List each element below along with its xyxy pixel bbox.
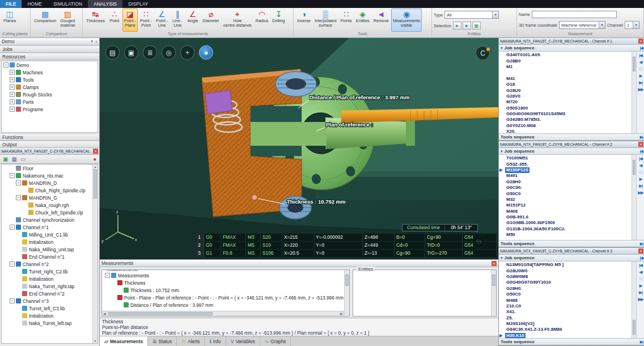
scrollbar[interactable] — [632, 52, 636, 133]
expander-icon[interactable]: + — [10, 107, 15, 112]
viewport-tool-button[interactable]: ▤ — [105, 45, 120, 60]
gcode-line[interactable]: M408 — [505, 209, 632, 214]
tree-item[interactable]: End Channel n°1 — [2, 253, 92, 260]
tree-item[interactable]: + Programs — [2, 106, 98, 113]
measurement-tree-item[interactable]: Thickness : 10.752 mm — [103, 286, 344, 294]
close-icon[interactable]: × — [95, 40, 98, 44]
viewport-tool-button[interactable]: + — [180, 45, 194, 60]
tree-item[interactable]: − Demo — [2, 61, 98, 69]
gcode-line[interactable]: G50C0 — [505, 292, 632, 297]
expander-icon[interactable]: − — [16, 195, 21, 200]
menu-tab[interactable]: ANALYSIS — [88, 0, 122, 8]
scrollbar[interactable] — [632, 155, 636, 240]
record-icon[interactable]: ● — [94, 157, 96, 162]
tree-item[interactable]: − Channel n°1 — [2, 223, 92, 231]
step-forward-icon[interactable]: ▶| — [640, 340, 643, 344]
gcode-line[interactable]: M488 — [505, 297, 632, 303]
tools-sequence-bar[interactable]: Tools sequence ▶| — [499, 240, 644, 247]
measurement-tree-item[interactable]: Distance / Plan of reference : 3.997 mm — [103, 301, 344, 309]
tree-item[interactable]: Naka_rough.rgh — [2, 201, 92, 209]
tree-item[interactable]: Initialization — [2, 275, 92, 282]
entity-type-select[interactable]: All ▼ — [444, 11, 499, 19]
chevron-down-icon[interactable]: ▼ — [599, 22, 605, 28]
gcode-line[interactable]: M1 — [505, 64, 632, 70]
c-axis-button[interactable]: C — [476, 46, 490, 60]
tree-item[interactable]: End Channel n°2 — [2, 290, 92, 297]
bottom-tab[interactable]: ▱ Measurements — [100, 336, 148, 346]
measurement-tree-item[interactable]: Thickness — [103, 279, 344, 286]
tree-item[interactable]: − Nakamura_ntx.mac — [2, 172, 92, 179]
tree-item[interactable]: Turret_left_C3.lib — [2, 305, 92, 312]
gcode-line[interactable]: G1G98B-1000.36F1500 — [505, 220, 632, 226]
gcode-line[interactable]: G131B-1004.36A50.F100C2. — [505, 226, 632, 232]
toolbar-icon[interactable]: ▦ — [11, 156, 16, 162]
measurement-tree-item[interactable]: − Measurements — [103, 272, 344, 279]
playback-button[interactable]: ◀ — [639, 60, 642, 65]
tree-item[interactable]: + Clamps — [2, 83, 98, 91]
selection-pick-button[interactable]: ► — [453, 22, 461, 29]
playback-button[interactable]: ▶ — [639, 284, 642, 288]
tool-button[interactable]: ◈ Entities — [354, 9, 371, 32]
playback-button[interactable]: |◀ — [639, 263, 642, 268]
skip-to-start-icon[interactable]: |◀ — [640, 149, 643, 154]
expander-icon[interactable]: + — [10, 70, 15, 75]
expander-icon[interactable]: + — [10, 77, 15, 82]
gcode-line[interactable]: G53Z-355. — [505, 161, 632, 167]
tree-item[interactable]: Turret_right_C2.lib — [2, 268, 92, 275]
tools-sequence-bar[interactable]: Tools sequence ▶| — [499, 133, 644, 140]
playback-button[interactable]: ▶| — [639, 184, 642, 188]
gcode-line[interactable]: G340T0101.A09. — [505, 52, 632, 58]
gcode-line[interactable]: G28U0 — [505, 87, 632, 93]
gcode-line[interactable]: H30.K10 — [505, 333, 632, 338]
output-section-bar[interactable]: Output — [0, 141, 99, 148]
playback-button[interactable]: |◀ — [639, 53, 642, 58]
tree-item[interactable]: Chuck_left_Spindle.clp — [2, 209, 92, 216]
playback-button[interactable]: ▶| — [639, 290, 642, 295]
gcode-line[interactable]: M151P12 — [505, 202, 632, 208]
planes-button[interactable]: ◫ Planes — [2, 9, 18, 32]
toolbar-icon[interactable]: ▭ — [20, 156, 26, 162]
tool-button[interactable]: ◑ Inverse — [295, 9, 312, 32]
gcode-line[interactable]: N13M91G54[TAPPING M5 ] — [505, 262, 632, 268]
gcode-line[interactable]: X20. — [505, 129, 632, 133]
measurement-name-input[interactable] — [532, 11, 617, 18]
functions-section-bar[interactable]: Functions — [0, 133, 99, 141]
measurement-type-button[interactable]: ◠ Radius — [254, 9, 270, 32]
gcode-line[interactable]: G0G40G97G99T1010 — [505, 280, 632, 285]
scrollbar-thumb[interactable] — [94, 169, 97, 199]
tree-item[interactable]: Initialization — [2, 238, 92, 246]
gcode-line[interactable]: G28H0 — [505, 179, 632, 185]
playback-button[interactable]: □ — [639, 67, 641, 71]
tool-button[interactable]: ◄ Remove — [372, 9, 391, 32]
menu-tab[interactable]: HOME — [22, 0, 48, 8]
selection-pick-button[interactable]: ▦ — [472, 22, 481, 29]
gcode-line[interactable] — [505, 70, 632, 75]
step-forward-icon[interactable]: ▶| — [640, 135, 643, 140]
playback-button[interactable]: □ — [639, 170, 641, 175]
bottom-tab[interactable]: V Variables — [226, 336, 260, 346]
measurement-tree-item[interactable]: Point - Plane - Plan of reference : - Po… — [103, 294, 344, 301]
viewport-tool-button[interactable]: ≣ — [143, 45, 157, 60]
scrollbar[interactable] — [344, 270, 349, 316]
playback-button[interactable]: □ — [639, 277, 641, 281]
measurement-type-button[interactable]: ∠ Point - Line — [154, 9, 170, 32]
gcode-line[interactable]: M491 — [505, 173, 632, 179]
tool-button[interactable]: ∷ Points — [338, 9, 353, 32]
scrollbar[interactable] — [491, 270, 496, 316]
menu-tab[interactable]: DISPLAY — [122, 0, 154, 8]
expander-icon[interactable]: − — [10, 298, 15, 303]
tools-sequence-bar[interactable]: Tools sequence ▶| — [499, 338, 644, 345]
gcode-line[interactable]: G28W0M8 — [505, 274, 632, 280]
ribbon-button[interactable]: ▦ Comparison — [32, 9, 58, 32]
scrollbar[interactable] — [632, 261, 636, 338]
playback-button[interactable]: ◀ — [639, 270, 642, 275]
playback-button[interactable]: ▶ — [639, 74, 642, 78]
playback-button[interactable]: ▶▶ — [638, 191, 643, 195]
tree-item[interactable]: − Channel n°2 — [2, 260, 92, 268]
menu-tab[interactable]: FILE — [0, 0, 22, 8]
gcode-line[interactable]: G18 — [505, 82, 632, 87]
tree-item[interactable]: Naka_Turret_left.tap — [2, 319, 92, 327]
tree-item[interactable]: Chuk_Right_Spindle.clp — [2, 187, 92, 194]
channel-select[interactable]: 1 ▼ — [625, 21, 639, 29]
expander-icon[interactable]: − — [16, 180, 21, 185]
